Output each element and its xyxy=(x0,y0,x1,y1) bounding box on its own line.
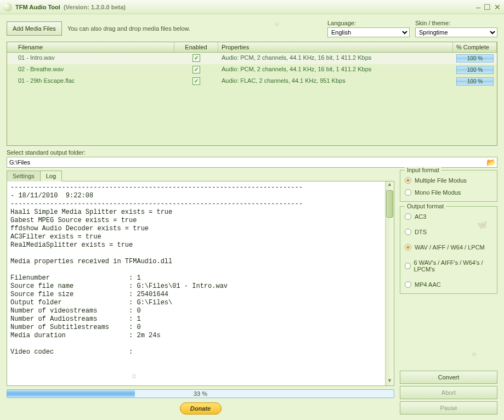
radio-option[interactable]: AC3 xyxy=(405,213,492,220)
radio-label: DTS xyxy=(415,229,427,235)
skin-label: Skin / theme: xyxy=(415,20,497,26)
radio-icon[interactable] xyxy=(405,281,411,288)
cell-properties: Audio: FLAC, 2 channels, 44.1 KHz, 951 K… xyxy=(218,77,453,86)
close-icon[interactable]: ✕ xyxy=(494,3,501,12)
cell-pct: 100 % xyxy=(456,66,494,74)
input-format-title: Input format xyxy=(405,167,441,173)
tab-log[interactable]: Log xyxy=(40,171,62,181)
radio-label: Multiple File Modus xyxy=(415,177,467,184)
col-filename[interactable]: Filename xyxy=(7,42,174,52)
output-folder-label: Select standard output folder: xyxy=(7,149,497,156)
check-icon[interactable]: ✓ xyxy=(192,54,200,62)
scroll-thumb[interactable] xyxy=(386,190,393,218)
radio-label: AC3 xyxy=(415,213,426,220)
abort-button[interactable]: Abort xyxy=(400,386,497,399)
file-table: Filename Enabled Properties % Complete 0… xyxy=(7,42,497,146)
radio-option[interactable]: DTS xyxy=(405,229,492,235)
maximize-icon[interactable]: ☐ xyxy=(484,3,491,12)
radio-option[interactable]: MP4 AAC xyxy=(405,281,492,288)
radio-icon[interactable] xyxy=(405,229,411,235)
cell-enabled[interactable]: ✓ xyxy=(174,54,218,63)
radio-option[interactable]: 6 WAV's / AIFF's / W64's / LPCM's xyxy=(405,259,492,273)
check-icon[interactable]: ✓ xyxy=(192,77,200,85)
cell-properties: Audio: PCM, 2 channels, 44.1 KHz, 16 bit… xyxy=(218,65,453,75)
table-row[interactable]: 01 - Intro.wav✓Audio: PCM, 2 channels, 4… xyxy=(7,53,497,64)
radio-icon[interactable] xyxy=(405,244,411,251)
cell-pct: 100 % xyxy=(456,54,494,63)
language-select[interactable]: English xyxy=(327,27,410,37)
log-scrollbar[interactable]: ▲ ▼ xyxy=(385,181,394,385)
convert-button[interactable]: Convert xyxy=(400,371,497,384)
radio-option[interactable]: Multiple File Modus xyxy=(405,177,492,184)
skin-select[interactable]: Springtime xyxy=(415,27,497,37)
radio-icon[interactable] xyxy=(405,177,411,184)
cell-enabled[interactable]: ✓ xyxy=(174,77,218,86)
radio-icon[interactable] xyxy=(405,263,411,269)
col-pct[interactable]: % Complete xyxy=(453,42,497,52)
language-label: Language: xyxy=(327,20,410,26)
cell-filename: 01 - 29th Escape.flac xyxy=(7,77,174,86)
radio-label: WAV / AIFF / W64 / LPCM xyxy=(415,244,485,251)
table-row[interactable]: 02 - Breathe.wav✓Audio: PCM, 2 channels,… xyxy=(7,64,497,76)
donate-button[interactable]: Donate xyxy=(180,402,222,415)
app-icon xyxy=(3,3,12,12)
cell-pct: 100 % xyxy=(456,77,494,86)
col-enabled[interactable]: Enabled xyxy=(174,42,218,52)
cell-properties: Audio: PCM, 2 channels, 44.1 KHz, 16 bit… xyxy=(218,54,453,63)
col-properties[interactable]: Properties xyxy=(218,42,453,52)
radio-icon[interactable] xyxy=(405,189,411,196)
input-format-group: Input format Multiple File ModusMono Fil… xyxy=(400,170,497,202)
cell-enabled[interactable]: ✓ xyxy=(174,65,218,75)
radio-label: Mono File Modus xyxy=(415,189,461,196)
output-format-title: Output format xyxy=(405,203,446,209)
cell-filename: 02 - Breathe.wav xyxy=(7,65,174,75)
pause-button[interactable]: Pause xyxy=(400,401,497,415)
browse-folder-icon[interactable]: 📂 xyxy=(485,158,497,167)
output-folder-input[interactable] xyxy=(7,158,485,167)
minimize-icon[interactable]: – xyxy=(476,3,480,12)
radio-option[interactable]: Mono File Modus xyxy=(405,189,492,196)
scroll-down-icon[interactable]: ▼ xyxy=(386,378,394,385)
app-version: (Version: 1.2.0.0 beta) xyxy=(64,4,126,10)
check-icon[interactable]: ✓ xyxy=(192,66,200,73)
radio-option[interactable]: WAV / AIFF / W64 / LPCM xyxy=(405,244,492,251)
drag-drop-hint: You can also drag and drop media files b… xyxy=(67,25,190,32)
log-output: ----------------------------------------… xyxy=(7,181,385,385)
radio-icon[interactable] xyxy=(405,213,411,220)
table-row[interactable]: 01 - 29th Escape.flac✓Audio: FLAC, 2 cha… xyxy=(7,76,497,87)
tab-settings[interactable]: Settings xyxy=(7,171,41,181)
progress-text: 33 % xyxy=(7,390,394,398)
radio-label: 6 WAV's / AIFF's / W64's / LPCM's xyxy=(414,259,492,273)
title-bar: TFM Audio Tool (Version: 1.2.0.0 beta) –… xyxy=(0,0,504,14)
progress-bar: 33 % xyxy=(7,389,394,398)
app-title: TFM Audio Tool xyxy=(15,4,60,10)
radio-label: MP4 AAC xyxy=(415,281,441,288)
add-media-button[interactable]: Add Media Files xyxy=(7,21,62,36)
cell-filename: 01 - Intro.wav xyxy=(7,54,174,63)
scroll-up-icon[interactable]: ▲ xyxy=(386,181,394,189)
output-format-group: Output format AC3DTSWAV / AIFF / W64 / L… xyxy=(400,206,497,294)
